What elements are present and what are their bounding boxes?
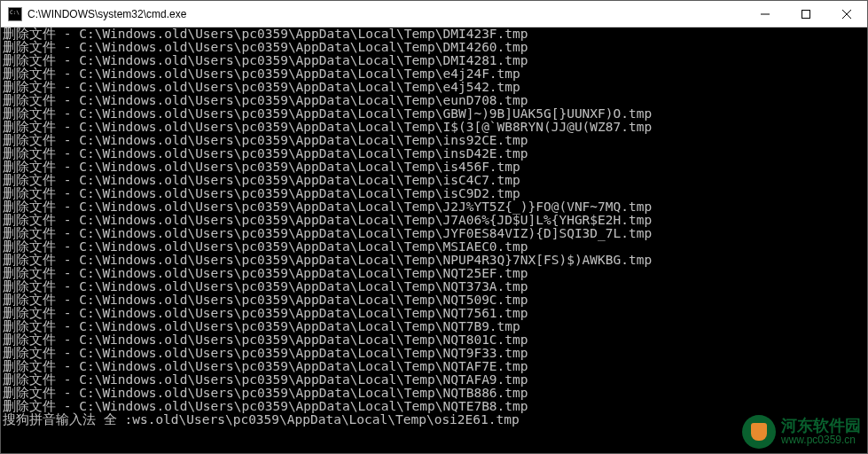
terminal-line: 删除文件 - C:\Windows.old\Users\pc0359\AppDa… [3,360,865,373]
terminal-line: 删除文件 - C:\Windows.old\Users\pc0359\AppDa… [3,267,865,280]
terminal-line: 删除文件 - C:\Windows.old\Users\pc0359\AppDa… [3,347,865,360]
terminal-area[interactable]: 删除文件 - C:\Windows.old\Users\pc0359\AppDa… [1,27,867,453]
terminal-line: 删除文件 - C:\Windows.old\Users\pc0359\AppDa… [3,81,865,94]
terminal-line: 删除文件 - C:\Windows.old\Users\pc0359\AppDa… [3,307,865,320]
terminal-line: 删除文件 - C:\Windows.old\Users\pc0359\AppDa… [3,54,865,67]
terminal-line: 删除文件 - C:\Windows.old\Users\pc0359\AppDa… [3,280,865,294]
terminal-line: 删除文件 - C:\Windows.old\Users\pc0359\AppDa… [3,174,865,187]
terminal-line: 删除文件 - C:\Windows.old\Users\pc0359\AppDa… [3,134,865,147]
terminal-line: 删除文件 - C:\Windows.old\Users\pc0359\AppDa… [3,107,865,121]
titlebar[interactable]: C:\WINDOWS\system32\cmd.exe [1,1,867,27]
terminal-line: 删除文件 - C:\Windows.old\Users\pc0359\AppDa… [3,41,865,54]
terminal-line: 删除文件 - C:\Windows.old\Users\pc0359\AppDa… [3,121,865,134]
cmd-window: C:\WINDOWS\system32\cmd.exe 删除文件 - C:\Wi… [0,0,868,454]
terminal-line: 删除文件 - C:\Windows.old\Users\pc0359\AppDa… [3,400,865,413]
terminal-line: 删除文件 - C:\Windows.old\Users\pc0359\AppDa… [3,294,865,307]
close-button[interactable] [826,1,867,27]
minimize-button[interactable] [745,1,786,27]
terminal-line: 删除文件 - C:\Windows.old\Users\pc0359\AppDa… [3,333,865,347]
scrollbar[interactable] [852,27,867,453]
maximize-button[interactable] [786,1,826,27]
terminal-line: 删除文件 - C:\Windows.old\Users\pc0359\AppDa… [3,67,865,81]
terminal-line: 删除文件 - C:\Windows.old\Users\pc0359\AppDa… [3,373,865,387]
terminal-line: 删除文件 - C:\Windows.old\Users\pc0359\AppDa… [3,240,865,254]
terminal-line: 删除文件 - C:\Windows.old\Users\pc0359\AppDa… [3,160,865,174]
terminal-line: 删除文件 - C:\Windows.old\Users\pc0359\AppDa… [3,200,865,214]
terminal-line: 删除文件 - C:\Windows.old\Users\pc0359\AppDa… [3,387,865,400]
svg-rect-1 [802,10,810,18]
ime-status-line: 搜狗拼音输入法 全 :ws.old\Users\pc0359\AppData\L… [3,413,865,427]
window-controls [745,1,867,27]
terminal-output: 删除文件 - C:\Windows.old\Users\pc0359\AppDa… [1,27,867,427]
terminal-line: 删除文件 - C:\Windows.old\Users\pc0359\AppDa… [3,187,865,200]
terminal-line: 删除文件 - C:\Windows.old\Users\pc0359\AppDa… [3,147,865,160]
cmd-icon [8,7,22,21]
terminal-line: 删除文件 - C:\Windows.old\Users\pc0359\AppDa… [3,94,865,107]
terminal-line: 删除文件 - C:\Windows.old\Users\pc0359\AppDa… [3,320,865,333]
terminal-line: 删除文件 - C:\Windows.old\Users\pc0359\AppDa… [3,254,865,267]
terminal-line: 删除文件 - C:\Windows.old\Users\pc0359\AppDa… [3,27,865,41]
window-title: C:\WINDOWS\system32\cmd.exe [27,8,745,20]
terminal-line: 删除文件 - C:\Windows.old\Users\pc0359\AppDa… [3,227,865,240]
terminal-line: 删除文件 - C:\Windows.old\Users\pc0359\AppDa… [3,214,865,227]
